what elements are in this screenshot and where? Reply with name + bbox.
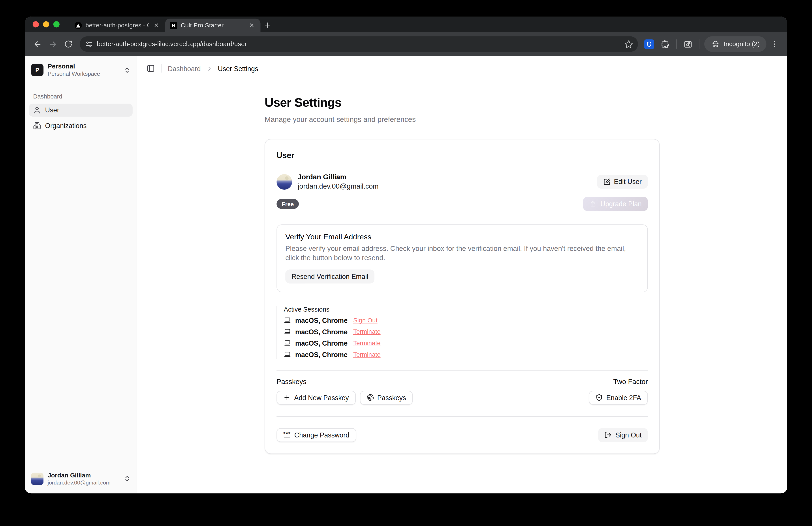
change-password-button[interactable]: *** Change Password — [276, 428, 356, 442]
resend-verification-button[interactable]: Resend Verification Email — [285, 269, 375, 283]
profile-row: Jordan Gilliam jordan.dev.00@gmail.com E… — [276, 173, 648, 191]
breadcrumb: Dashboard User Settings — [137, 56, 787, 81]
tab-better-auth-postgres[interactable]: better-auth-postgres - Overv ✕ — [70, 18, 165, 32]
profile-email: jordan.dev.00@gmail.com — [298, 182, 378, 191]
tab-cult-pro-starter[interactable]: H Cult Pro Starter ✕ — [165, 18, 261, 32]
incognito-label: Incognito (2) — [724, 40, 760, 48]
zoom-window-button[interactable] — [54, 21, 60, 27]
session-terminate-link[interactable]: Terminate — [353, 340, 381, 347]
add-new-passkey-button[interactable]: Add New Passkey — [276, 390, 356, 404]
toolbar-divider — [676, 39, 677, 48]
sidebar-item-label: User — [45, 106, 59, 114]
session-device: macOS, Chrome — [295, 328, 348, 336]
breadcrumb-divider — [161, 64, 161, 73]
minimize-window-button[interactable] — [43, 21, 49, 27]
screen: better-auth-postgres - Overv ✕ H Cult Pr… — [0, 0, 812, 526]
workspace-switcher[interactable]: P Personal Personal Workspace — [29, 60, 132, 80]
site-settings-icon[interactable] — [85, 40, 93, 48]
session-device: macOS, Chrome — [295, 339, 348, 347]
user-settings-card: User Jordan Gilliam jordan.dev.00@gmail.… — [264, 139, 660, 454]
edit-user-label: Edit User — [614, 178, 641, 185]
session-row: macOS, Chrome Terminate — [284, 328, 648, 336]
sidebar-user-email: jordan.dev.00@gmail.com — [48, 479, 111, 486]
active-sessions-title: Active Sessions — [284, 305, 648, 313]
sign-out-button[interactable]: Sign Out — [598, 428, 648, 442]
security-buttons-row: Add New Passkey Passkeys — [276, 390, 648, 404]
security-labels-row: Passkeys Two Factor — [276, 378, 648, 385]
two-factor-label: Two Factor — [613, 378, 648, 385]
sidebar-item-organizations[interactable]: Organizations — [29, 119, 132, 132]
enable-2fa-button[interactable]: Enable 2FA — [589, 390, 648, 404]
chevrons-up-down-icon — [124, 475, 131, 482]
tab-title: better-auth-postgres - Overv — [85, 22, 148, 29]
close-window-button[interactable] — [33, 21, 39, 27]
sidebar-toggle-icon[interactable] — [146, 64, 155, 73]
reload-button[interactable] — [61, 37, 76, 52]
session-sign-out-link[interactable]: Sign Out — [353, 317, 378, 324]
cult-favicon-icon: H — [170, 22, 177, 29]
close-tab-icon[interactable]: ✕ — [248, 21, 256, 30]
edit-user-button[interactable]: Edit User — [597, 175, 648, 188]
url-text[interactable]: better-auth-postgres-lilac.vercel.app/da… — [97, 40, 618, 48]
user-icon — [33, 106, 41, 114]
breadcrumb-parent[interactable]: Dashboard — [168, 65, 201, 72]
verify-email-panel: Verify Your Email Address Please verify … — [276, 224, 648, 292]
bitwarden-extension-icon[interactable] — [642, 37, 656, 52]
resend-verification-label: Resend Verification Email — [291, 272, 368, 280]
session-terminate-link[interactable]: Terminate — [353, 328, 381, 336]
sidebar-section-label: Dashboard — [33, 94, 133, 100]
session-device: macOS, Chrome — [295, 351, 348, 358]
incognito-icon — [711, 40, 720, 48]
session-terminate-link[interactable]: Terminate — [353, 351, 381, 358]
add-new-passkey-label: Add New Passkey — [294, 394, 349, 401]
browser-menu-icon[interactable] — [767, 37, 782, 52]
extensions-puzzle-icon[interactable] — [657, 37, 672, 52]
back-button[interactable] — [30, 37, 45, 52]
plan-badge: Free — [276, 199, 299, 209]
session-row: macOS, Chrome Terminate — [284, 339, 648, 347]
laptop-icon — [284, 328, 291, 336]
page-subtitle: Manage your account settings and prefere… — [264, 115, 660, 124]
fingerprint-icon — [366, 394, 374, 401]
main-area: Dashboard User Settings User Settings Ma… — [137, 56, 787, 493]
active-sessions: Active Sessions macOS, Chrome Sign Out m… — [276, 305, 648, 358]
sidebar-item-user[interactable]: User — [29, 104, 132, 117]
divider — [276, 370, 648, 370]
verify-email-body: Please verify your email address. Check … — [285, 244, 637, 263]
verify-email-title: Verify Your Email Address — [285, 233, 639, 241]
passkeys-label-btn: Passkeys — [377, 394, 406, 401]
vercel-favicon-icon — [75, 22, 82, 29]
passkeys-button[interactable]: Passkeys — [360, 390, 413, 404]
browser-toolbar: better-auth-postgres-lilac.vercel.app/da… — [25, 32, 787, 56]
enable-2fa-label: Enable 2FA — [606, 394, 641, 401]
search-tabs-panel-icon[interactable] — [681, 37, 695, 52]
edit-pencil-icon — [603, 178, 610, 185]
profile-name: Jordan Gilliam — [298, 173, 378, 182]
incognito-badge[interactable]: Incognito (2) — [704, 36, 767, 52]
address-bar[interactable]: better-auth-postgres-lilac.vercel.app/da… — [79, 36, 638, 52]
sidebar-user-menu[interactable]: Jordan Gilliam jordan.dev.00@gmail.com — [29, 468, 132, 489]
workspace-avatar: P — [31, 64, 43, 76]
log-out-icon — [605, 431, 612, 439]
new-tab-button[interactable] — [261, 18, 274, 32]
close-tab-icon[interactable]: ✕ — [152, 21, 161, 30]
bookmark-star-icon[interactable] — [622, 40, 635, 48]
app-content: P Personal Personal Workspace Dashboard … — [25, 56, 787, 493]
session-row: macOS, Chrome Sign Out — [284, 316, 648, 324]
sidebar-item-label: Organizations — [45, 122, 87, 130]
chevron-right-icon — [206, 65, 213, 72]
upgrade-plan-button[interactable]: Upgrade Plan — [583, 197, 648, 211]
session-device: macOS, Chrome — [295, 316, 348, 324]
upgrade-plan-label: Upgrade Plan — [600, 200, 642, 208]
browser-window: better-auth-postgres - Overv ✕ H Cult Pr… — [25, 17, 787, 493]
workspace-name: Personal — [48, 63, 100, 70]
laptop-icon — [284, 340, 291, 347]
window-controls — [33, 17, 60, 32]
tab-strip: better-auth-postgres - Overv ✕ H Cult Pr… — [25, 17, 787, 32]
change-password-label: Change Password — [294, 431, 349, 439]
upload-arrow-icon — [589, 200, 596, 208]
sidebar-user-name: Jordan Gilliam — [48, 471, 111, 479]
plus-icon — [283, 394, 291, 401]
page-title: User Settings — [264, 95, 660, 110]
plan-row: Free Upgrade Plan — [276, 197, 648, 211]
